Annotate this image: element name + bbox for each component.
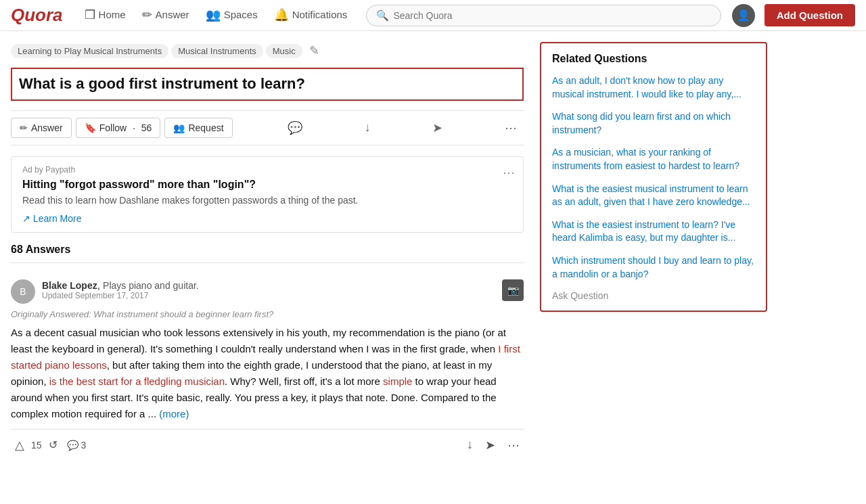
answers-count: 68 Answers bbox=[11, 244, 524, 263]
related-question-5[interactable]: What is the easiest instrument to learn?… bbox=[552, 219, 755, 245]
question-title: What is a good first instrument to learn… bbox=[11, 68, 524, 101]
answer-more-icon[interactable]: ⋯ bbox=[503, 435, 524, 455]
answer-item: B Blake Lopez, Plays piano and guitar. U… bbox=[11, 273, 524, 461]
upvote-count: 15 bbox=[31, 440, 42, 451]
answer-header: B Blake Lopez, Plays piano and guitar. U… bbox=[11, 279, 524, 304]
main-nav: ❐ Home ✏ Answer 👥 Spaces 🔔 Notifications bbox=[76, 0, 356, 31]
ad-label: Ad by Paypath bbox=[22, 165, 512, 175]
sidebar: Related Questions As an adult, I don't k… bbox=[534, 31, 778, 461]
content-area: Learning to Play Musical Instruments Mus… bbox=[0, 31, 534, 461]
comment-button[interactable]: 💬 3 bbox=[62, 437, 92, 453]
nav-spaces[interactable]: 👥 Spaces bbox=[198, 0, 266, 31]
ad-section: Ad by Paypath Hitting "forgot password" … bbox=[11, 156, 524, 233]
comment-icon[interactable]: 💬 bbox=[281, 116, 309, 139]
related-questions-title: Related Questions bbox=[552, 53, 755, 65]
search-icon: 🔍 bbox=[376, 9, 389, 22]
related-question-4[interactable]: What is the easiest musical instrument t… bbox=[552, 183, 755, 209]
add-question-button[interactable]: Add Question bbox=[765, 4, 855, 26]
answerer-role-separator: , bbox=[97, 279, 103, 291]
vote-section: △ 15 ↺ bbox=[11, 435, 62, 455]
answer-badge[interactable]: 📷 bbox=[502, 279, 524, 301]
share-icon[interactable]: ➤ bbox=[426, 116, 449, 139]
external-link-icon: ↗ bbox=[22, 213, 30, 224]
answer-icon: ✏ bbox=[142, 7, 152, 22]
answerer-avatar[interactable]: B bbox=[11, 279, 35, 304]
refresh-icon[interactable]: ↺ bbox=[45, 436, 62, 454]
avatar[interactable]: 👤 bbox=[732, 4, 755, 27]
follow-button[interactable]: 🔖 Follow · 56 bbox=[76, 118, 161, 138]
answerer-name: Blake Lopez, Plays piano and guitar. bbox=[42, 279, 502, 291]
nav-spaces-label: Spaces bbox=[224, 9, 258, 20]
nav-home[interactable]: ❐ Home bbox=[76, 0, 134, 31]
home-icon: ❐ bbox=[85, 7, 95, 22]
edit-icon[interactable]: ✎ bbox=[305, 42, 323, 60]
spaces-icon: 👥 bbox=[206, 7, 221, 22]
answer-share-icon[interactable]: ➤ bbox=[481, 435, 499, 455]
answer-actions: △ 15 ↺ 💬 3 ↓ ➤ ⋯ bbox=[11, 429, 524, 461]
follow-icon: 🔖 bbox=[85, 122, 96, 133]
related-question-2[interactable]: What song did you learn first and on whi… bbox=[552, 110, 755, 137]
nav-notifications[interactable]: 🔔 Notifications bbox=[266, 0, 356, 31]
search-bar[interactable]: 🔍 bbox=[366, 5, 721, 26]
breadcrumb-item-2[interactable]: Musical Instruments bbox=[171, 44, 263, 58]
search-input[interactable] bbox=[393, 10, 710, 21]
breadcrumb-item-1[interactable]: Learning to Play Musical Instruments bbox=[11, 44, 168, 58]
nav-notifications-label: Notifications bbox=[292, 9, 348, 20]
nav-answer-label: Answer bbox=[156, 9, 189, 20]
down-share-section: ↓ ➤ ⋯ bbox=[463, 435, 524, 455]
question-action-bar: ✏ Answer 🔖 Follow · 56 👥 Request 💬 ↓ ➤ ⋯ bbox=[11, 110, 524, 145]
request-icon: 👥 bbox=[173, 122, 185, 133]
answer-date: Updated September 17, 2017 bbox=[42, 291, 502, 300]
comment-icon: 💬 bbox=[67, 440, 78, 451]
read-more-link[interactable]: (more) bbox=[159, 408, 189, 419]
ad-learn-more-link[interactable]: ↗ Learn More bbox=[22, 213, 81, 224]
main-layout: Learning to Play Musical Instruments Mus… bbox=[0, 31, 866, 461]
answer-button[interactable]: ✏ Answer bbox=[11, 118, 72, 138]
ask-question-link[interactable]: Ask Question bbox=[552, 290, 755, 301]
downvote-button[interactable]: ↓ bbox=[463, 435, 477, 455]
nav-home-label: Home bbox=[99, 9, 126, 20]
downvote-icon[interactable]: ↓ bbox=[358, 116, 378, 139]
more-icon[interactable]: ⋯ bbox=[498, 116, 524, 139]
related-questions-box: Related Questions As an adult, I don't k… bbox=[540, 42, 767, 312]
ad-title: Hitting "forgot password" more than "log… bbox=[22, 179, 512, 191]
bell-icon: 🔔 bbox=[274, 7, 289, 22]
answer-text: As a decent casual musician who took les… bbox=[11, 325, 524, 422]
breadcrumb: Learning to Play Musical Instruments Mus… bbox=[11, 42, 524, 60]
answerer-info: Blake Lopez, Plays piano and guitar. Upd… bbox=[42, 279, 502, 300]
request-button[interactable]: 👥 Request bbox=[164, 118, 232, 138]
answer-icon: ✏ bbox=[20, 122, 28, 133]
upvote-button[interactable]: △ bbox=[11, 435, 28, 455]
related-question-3[interactable]: As a musician, what is your ranking of i… bbox=[552, 146, 755, 173]
nav-answer[interactable]: ✏ Answer bbox=[134, 0, 198, 31]
header: Quora ❐ Home ✏ Answer 👥 Spaces 🔔 Notific… bbox=[0, 0, 866, 31]
ad-more-button[interactable]: ⋯ bbox=[503, 165, 515, 180]
breadcrumb-item-3[interactable]: Music bbox=[266, 44, 302, 58]
related-question-6[interactable]: Which instrument should I buy and learn … bbox=[552, 254, 755, 281]
related-question-1[interactable]: As an adult, I don't know how to play an… bbox=[552, 74, 755, 101]
comment-count: 3 bbox=[81, 440, 87, 451]
originally-answered: Originally Answered: What instrument sho… bbox=[11, 309, 524, 319]
quora-logo[interactable]: Quora bbox=[11, 5, 63, 26]
ad-body: Read this to learn how Dashlane makes fo… bbox=[22, 195, 512, 206]
